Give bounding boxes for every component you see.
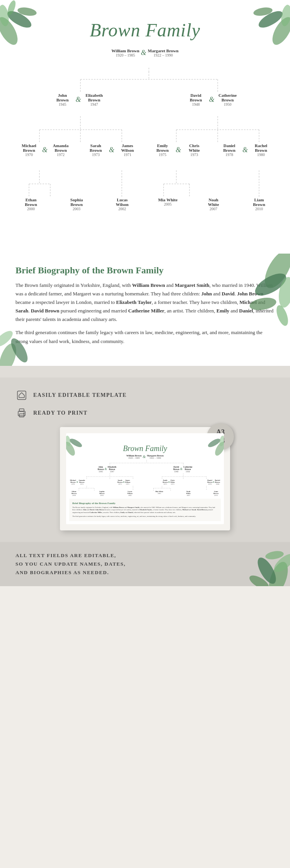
svg-rect-56 <box>19 414 24 417</box>
feature-editable: EASILY EDITABLE TEMPLATE <box>15 389 275 401</box>
person-david-brown: David Brown 1948 <box>184 93 207 106</box>
svg-point-57 <box>24 412 25 413</box>
print-icon <box>15 407 28 419</box>
tree-area: William Brown 1920 – 1985 & Margaret Bro… <box>8 45 282 223</box>
svg-point-42 <box>276 276 290 309</box>
mini-gen0-conn <box>69 460 224 466</box>
person-ethan-brown: Ethan Brown 2000 <box>19 197 43 211</box>
person-james-wilson: James Wilson 1971 <box>116 143 139 157</box>
mini-title: Brown Family <box>69 436 221 453</box>
gen2-couple-sarah-james: Sarah Brown 1973 & James Wilson 1971 <box>84 143 139 157</box>
person-daniel-brown: Daniel Brown 1978 <box>218 143 241 157</box>
svg-line-49 <box>19 393 22 395</box>
gen1-couple-john-elizabeth: John Brown 1945 & Elizabeth Brown 1947 <box>51 93 106 106</box>
mini-gen2-conn <box>69 486 224 491</box>
svg-point-44 <box>274 304 290 328</box>
bio-title: Brief Biography of the Brown Family <box>15 265 275 276</box>
person-elizabeth-brown: Elizabeth Brown 1947 <box>83 93 106 106</box>
feature-print: READY TO PRINT <box>15 407 275 419</box>
section-divider <box>0 366 290 377</box>
note-line-1: ALL TEXT FIELDS ARE EDITABLE, <box>15 552 116 558</box>
gen2-couple-emily-chris: Emily Brown 1975 & Chris White 1973 <box>151 143 206 157</box>
person-sarah-brown: Sarah Brown 1973 <box>84 143 107 157</box>
gen2-couple-michael-amanda: Michael Brown 1970 & Amanda Brown 1972 <box>17 143 72 157</box>
bio-paragraph-1: The Brown family originated in Yorkshire… <box>15 281 275 324</box>
preview-card: A3 A4 Brown Family <box>60 427 230 530</box>
mini-leaf-tl <box>66 433 89 456</box>
note-line-3: AND BIOGRAPHIES AS NEEDED. <box>15 570 109 575</box>
person-catherine-brown: Catherine Brown 1950 <box>216 93 239 106</box>
mini-preview: Brown Family William Brown1920 – 1985 & … <box>66 433 224 524</box>
note-section: ALL TEXT FIELDS ARE EDITABLE, SO YOU CAN… <box>0 542 290 586</box>
person-margaret-brown: Margaret Brown 1922 – 1990 <box>148 48 178 57</box>
feature-print-text: READY TO PRINT <box>33 410 88 416</box>
biography-section: Brief Biography of the Brown Family The … <box>0 254 290 366</box>
features-section: EASILY EDITABLE TEMPLATE READY TO PRINT … <box>0 377 290 542</box>
svg-line-50 <box>22 393 24 395</box>
person-william-brown: William Brown 1920 – 1985 <box>111 48 139 57</box>
bio-paragraph-2: The third generation continues the famil… <box>15 328 275 345</box>
mini-gen0: William Brown1920 – 1985 & Margaret Brow… <box>69 455 221 459</box>
mini-bio: Brief Biography of the Brown Family The … <box>69 499 221 521</box>
person-lucas-wilson: Lucas Wilson 2002 <box>111 197 134 211</box>
note-line-2: SO YOU CAN UPDATE NAMES, DATES, <box>15 561 126 567</box>
person-liam-brown: Liam Brown 2010 <box>247 197 271 211</box>
page-title: Brown Family <box>0 8 290 41</box>
gen1-gen2-connectors <box>12 122 286 143</box>
feature-editable-text: EASILY EDITABLE TEMPLATE <box>33 392 127 398</box>
family-tree-section: Brown Family William Brown 1920 – 1985 &… <box>0 0 290 254</box>
edit-icon <box>15 389 28 401</box>
gen2-gen3-connectors <box>12 176 286 197</box>
mini-leaf-tr <box>201 433 224 456</box>
gen0-gen1-connectors <box>12 72 286 93</box>
svg-point-47 <box>0 328 15 349</box>
person-rachel-brown: Rachel Brown 1980 <box>249 143 273 157</box>
person-emily-brown: Emily Brown 1975 <box>151 143 174 157</box>
gen2-couple-daniel-rachel: Daniel Brown 1978 & Rachel Brown 1980 <box>218 143 273 157</box>
person-sophia-brown: Sophia Brown 2003 <box>65 197 88 211</box>
person-michael-brown: Michael Brown 1970 <box>17 143 41 157</box>
person-noah-white: Noah White 2007 <box>202 197 225 211</box>
person-mia-white: Mia White 2005 <box>156 197 179 206</box>
mini-gen2: MichaelBrown1970 & AmandaBrown1972 Sarah… <box>69 479 221 485</box>
person-amanda-brown: Amanda Brown 1972 <box>49 143 72 157</box>
mini-gen1-conn <box>69 473 224 479</box>
note-text: ALL TEXT FIELDS ARE EDITABLE, SO YOU CAN… <box>15 551 275 577</box>
gen0-couple: William Brown 1920 – 1985 & Margaret Bro… <box>111 48 178 57</box>
person-chris-white: Chris White 1973 <box>183 143 206 157</box>
gen1-couple-david-catherine: David Brown 1948 & Catherine Brown 1950 <box>184 93 239 106</box>
mini-gen3: EthanBrown2000 SophiaBrown2003 LucasWils… <box>69 491 221 496</box>
mini-gen1: JohnBrown1945 & ElizabethBrown1947 David… <box>69 466 221 473</box>
person-john-brown: John Brown 1945 <box>51 93 74 106</box>
